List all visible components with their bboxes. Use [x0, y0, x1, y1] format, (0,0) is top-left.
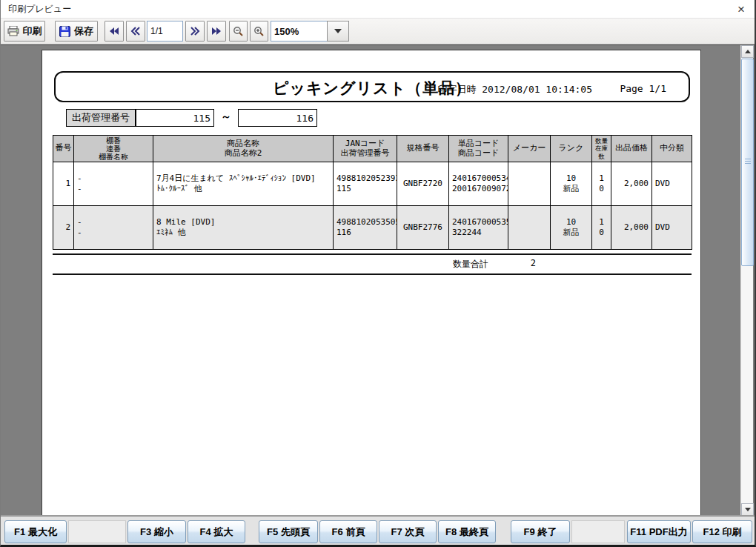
- col-header-number: 番号: [53, 136, 74, 162]
- report-table: 番号 棚番 連番 棚番名称 商品名称 商品名称2 JANコード 出荷管理番号 規…: [53, 135, 692, 250]
- cell-rank: 10 新品: [551, 206, 592, 250]
- function-key-bar: F1 最大化 F3 縮小 F4 拡大 F5 先頭頁 F6 前頁 F7 次頁 F8…: [1, 515, 755, 545]
- cell-item-code: 2401670005353 322244: [449, 206, 508, 250]
- zoom-level-dropdown-button[interactable]: [327, 21, 349, 42]
- cell-quantity: 1 0: [592, 162, 611, 206]
- prev-page-icon: [130, 27, 141, 36]
- col-header-rank: ランク: [551, 136, 592, 162]
- cell-standard-number: GNBF2720: [397, 162, 449, 206]
- fn-f11-pdf-export-button[interactable]: F11 PDF出力: [627, 520, 691, 543]
- col-header-maker: メーカー: [508, 136, 551, 162]
- fn-f8-last-page-button[interactable]: F8 最終頁: [438, 520, 496, 543]
- cell-price: 2,000: [611, 162, 652, 206]
- floppy-disk-icon: [59, 26, 70, 37]
- title-bar: 印刷プレビュー ×: [1, 0, 755, 18]
- cell-quantity: 1 0: [592, 206, 611, 250]
- fn-slot-f10: [571, 520, 625, 543]
- scrollbar-grip-icon: [745, 159, 751, 165]
- scroll-down-button[interactable]: [741, 503, 754, 515]
- zoom-out-icon: [233, 26, 244, 37]
- quantity-total-value: 2: [499, 258, 536, 268]
- cell-maker: [508, 206, 551, 250]
- cell-standard-number: GNBF2776: [397, 206, 449, 250]
- save-button-label: 保存: [74, 24, 93, 38]
- print-button-label: 印刷: [23, 24, 42, 38]
- print-preview-window: 印刷プレビュー × 印刷: [0, 0, 756, 547]
- fn-f6-prev-page-button[interactable]: F6 前頁: [319, 520, 377, 543]
- shipping-number-to: 116: [238, 109, 317, 127]
- cell-category: DVD: [652, 162, 692, 206]
- shipping-number-from: 115: [136, 109, 214, 127]
- fn-f7-next-page-button[interactable]: F7 次頁: [379, 520, 437, 543]
- table-row: 2 - - 8 Mile [DVD] ｴﾐﾈﾑ 他 4988102053505 …: [53, 206, 692, 250]
- report-title: ピッキングリスト（単品）: [56, 78, 689, 99]
- print-datetime: 印字日時 2012/08/01 10:14:05: [437, 83, 592, 96]
- printer-icon: [7, 26, 19, 36]
- col-header-category: 中分類: [652, 136, 692, 162]
- cell-price: 2,000: [611, 206, 652, 250]
- close-icon[interactable]: ×: [735, 3, 747, 16]
- zoom-out-button[interactable]: [229, 21, 248, 42]
- first-page-icon: [109, 27, 119, 36]
- fn-f5-first-page-button[interactable]: F5 先頭頁: [259, 520, 318, 543]
- window-title: 印刷プレビュー: [8, 3, 71, 16]
- last-page-button[interactable]: [207, 21, 226, 42]
- cell-shelf: - -: [74, 162, 153, 206]
- last-page-icon: [211, 27, 222, 36]
- fn-f4-enlarge-button[interactable]: F4 拡大: [188, 520, 245, 543]
- preview-viewport: ピッキングリスト（単品） 印字日時 2012/08/01 10:14:05 Pa…: [1, 44, 755, 515]
- fn-slot-f2: [68, 520, 126, 543]
- toolbar: 印刷 保存: [1, 18, 755, 44]
- triangle-up-icon: [745, 50, 751, 53]
- table-header-row: 番号 棚番 連番 棚番名称 商品名称 商品名称2 JANコード 出荷管理番号 規…: [53, 136, 692, 162]
- report-title-box: ピッキングリスト（単品） 印字日時 2012/08/01 10:14:05 Pa…: [54, 71, 690, 102]
- report-page-number: Page 1/1: [620, 83, 666, 94]
- cell-maker: [508, 162, 551, 206]
- save-button[interactable]: 保存: [55, 21, 98, 42]
- col-header-jan-code: JANコード 出荷管理番号: [334, 136, 397, 162]
- fn-f12-print-button[interactable]: F12 印刷: [692, 520, 752, 543]
- col-header-standard-number: 規格番号: [397, 136, 449, 162]
- cell-jan-code: 4988102053505 116: [334, 206, 397, 250]
- fn-f3-shrink-button[interactable]: F3 縮小: [127, 520, 186, 543]
- cell-number: 2: [53, 206, 74, 250]
- fn-f9-exit-button[interactable]: F9 終了: [511, 520, 570, 543]
- vertical-scrollbar[interactable]: [740, 45, 753, 515]
- report-content: ピッキングリスト（単品） 印字日時 2012/08/01 10:14:05 Pa…: [1, 45, 755, 515]
- col-header-quantity: 数量 在庫数: [592, 136, 611, 162]
- zoom-level-input[interactable]: [271, 21, 328, 42]
- first-page-button[interactable]: [105, 21, 124, 42]
- total-separator-top: [53, 253, 692, 255]
- col-header-product-name: 商品名称 商品名称2: [153, 136, 334, 162]
- table-row: 1 - - 7月4日に生まれて ｽﾍﾟｼｬﾙ･ｴﾃﾞｨｼｮﾝ [DVD] ﾄﾑ･…: [53, 162, 692, 206]
- quantity-total-label: 数量合計: [453, 258, 488, 271]
- page-number-input[interactable]: [147, 21, 183, 42]
- cell-item-code: 2401670005346 200167009072: [449, 162, 508, 206]
- shipping-number-label: 出荷管理番号: [66, 109, 136, 127]
- cell-shelf: - -: [74, 206, 153, 250]
- scrollbar-thumb[interactable]: [741, 59, 754, 266]
- print-button[interactable]: 印刷: [4, 21, 45, 42]
- cell-rank: 10 新品: [551, 162, 592, 206]
- range-tilde: ～: [216, 110, 236, 124]
- zoom-in-button[interactable]: [250, 21, 268, 42]
- next-page-icon: [190, 27, 200, 36]
- cell-number: 1: [53, 162, 74, 206]
- cell-category: DVD: [652, 206, 692, 250]
- col-header-shelf: 棚番 連番 棚番名称: [74, 136, 153, 162]
- next-page-button[interactable]: [185, 21, 205, 42]
- cell-jan-code: 4988102052393 115: [334, 162, 397, 206]
- scroll-up-button[interactable]: [741, 45, 754, 58]
- prev-page-button[interactable]: [126, 21, 145, 42]
- col-header-price: 出品価格: [611, 136, 652, 162]
- fn-f1-maximize-button[interactable]: F1 最大化: [4, 520, 67, 543]
- cell-product-name: 7月4日に生まれて ｽﾍﾟｼｬﾙ･ｴﾃﾞｨｼｮﾝ [DVD] ﾄﾑ･ｸﾙｰｽﾞ …: [153, 162, 334, 206]
- total-separator-bottom: [53, 274, 692, 275]
- zoom-in-icon: [253, 26, 265, 37]
- col-header-item-code: 単品コード 商品コード: [449, 136, 508, 162]
- triangle-down-icon: [745, 508, 751, 511]
- cell-product-name: 8 Mile [DVD] ｴﾐﾈﾑ 他: [153, 206, 334, 250]
- chevron-down-icon: [334, 29, 342, 33]
